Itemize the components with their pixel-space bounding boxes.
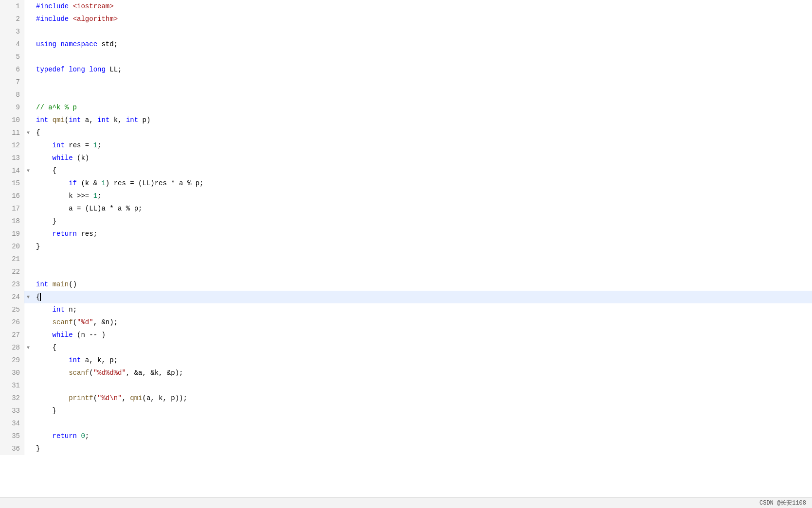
fold-indicator	[24, 430, 32, 442]
line-number: 27	[0, 329, 24, 341]
line-content	[32, 25, 812, 38]
line-content	[32, 265, 812, 278]
line-number: 16	[0, 190, 24, 202]
line-number: 36	[0, 442, 24, 455]
editor-container: 1#include <iostream>2#include <algorithm…	[0, 0, 812, 508]
line-number: 33	[0, 404, 24, 417]
line-number: 13	[0, 152, 24, 164]
code-row: 10int qmi(int a, int k, int p)	[0, 114, 812, 126]
line-number: 30	[0, 367, 24, 379]
fold-indicator	[24, 329, 32, 341]
fold-indicator	[24, 392, 32, 404]
fold-indicator	[24, 25, 32, 38]
line-number: 29	[0, 354, 24, 367]
code-area[interactable]: 1#include <iostream>2#include <algorithm…	[0, 0, 812, 497]
code-row: 31	[0, 379, 812, 392]
line-content: {	[32, 164, 812, 177]
fold-indicator	[24, 303, 32, 316]
line-content	[32, 76, 812, 88]
line-content: int res = 1;	[32, 139, 812, 152]
line-content: }	[32, 215, 812, 228]
fold-indicator[interactable]: ▼	[24, 291, 32, 303]
line-content: }	[32, 442, 812, 455]
line-number: 12	[0, 139, 24, 152]
line-content: return 0;	[32, 430, 812, 442]
line-number: 21	[0, 253, 24, 265]
code-row: 33 }	[0, 404, 812, 417]
code-row: 18 }	[0, 215, 812, 228]
line-number: 35	[0, 430, 24, 442]
line-number: 8	[0, 88, 24, 101]
line-number: 2	[0, 13, 24, 25]
code-row: 20}	[0, 240, 812, 253]
line-content: int qmi(int a, int k, int p)	[32, 114, 812, 126]
line-number: 10	[0, 114, 24, 126]
code-row: 26 scanf("%d", &n);	[0, 316, 812, 329]
code-row: 4using namespace std;	[0, 38, 812, 51]
fold-indicator	[24, 417, 32, 430]
line-number: 34	[0, 417, 24, 430]
fold-indicator[interactable]: ▼	[24, 341, 32, 354]
statusbar: CSDN @长安1108	[0, 497, 812, 508]
fold-indicator[interactable]: ▼	[24, 126, 32, 139]
line-number: 32	[0, 392, 24, 404]
code-row: 22	[0, 265, 812, 278]
fold-indicator	[24, 0, 32, 13]
line-number: 25	[0, 303, 24, 316]
code-row: 2#include <algorithm>	[0, 13, 812, 25]
line-content: // a^k % p	[32, 101, 812, 114]
code-row: 34	[0, 417, 812, 430]
code-row: 15 if (k & 1) res = (LL)res * a % p;	[0, 177, 812, 190]
line-content: #include <iostream>	[32, 0, 812, 13]
fold-indicator	[24, 278, 32, 291]
fold-indicator	[24, 379, 32, 392]
fold-indicator	[24, 404, 32, 417]
statusbar-text: CSDN @长安1108	[759, 499, 806, 507]
line-content: k >>= 1;	[32, 190, 812, 202]
line-content: scanf("%d%d%d", &a, &k, &p);	[32, 367, 812, 379]
line-number: 15	[0, 177, 24, 190]
code-row: 9// a^k % p	[0, 101, 812, 114]
line-content: }	[32, 240, 812, 253]
line-content: a = (LL)a * a % p;	[32, 202, 812, 215]
fold-indicator	[24, 76, 32, 88]
line-content	[32, 88, 812, 101]
line-number: 14	[0, 164, 24, 177]
text-cursor	[40, 293, 41, 301]
code-row: 3	[0, 25, 812, 38]
line-number: 6	[0, 63, 24, 76]
code-row: 6typedef long long LL;	[0, 63, 812, 76]
fold-indicator	[24, 215, 32, 228]
line-content: printf("%d\n", qmi(a, k, p));	[32, 392, 812, 404]
fold-indicator	[24, 367, 32, 379]
fold-indicator	[24, 202, 32, 215]
fold-indicator	[24, 253, 32, 265]
fold-indicator	[24, 38, 32, 51]
line-content	[32, 417, 812, 430]
code-row: 21	[0, 253, 812, 265]
code-row: 35 return 0;	[0, 430, 812, 442]
line-number: 9	[0, 101, 24, 114]
fold-indicator	[24, 152, 32, 164]
line-number: 19	[0, 228, 24, 240]
fold-indicator	[24, 240, 32, 253]
lines-container: 1#include <iostream>2#include <algorithm…	[0, 0, 812, 455]
code-row: 13 while (k)	[0, 152, 812, 164]
fold-indicator	[24, 139, 32, 152]
line-content	[32, 51, 812, 63]
fold-indicator	[24, 51, 32, 63]
line-content: #include <algorithm>	[32, 13, 812, 25]
line-content: int main()	[32, 278, 812, 291]
line-number: 24	[0, 291, 24, 303]
line-number: 28	[0, 341, 24, 354]
fold-indicator[interactable]: ▼	[24, 164, 32, 177]
line-content: while (n -- )	[32, 329, 812, 341]
line-content: typedef long long LL;	[32, 63, 812, 76]
line-number: 3	[0, 25, 24, 38]
fold-indicator	[24, 177, 32, 190]
fold-indicator	[24, 316, 32, 329]
line-number: 11	[0, 126, 24, 139]
line-content: {	[32, 291, 812, 303]
code-row: 5	[0, 51, 812, 63]
line-content: scanf("%d", &n);	[32, 316, 812, 329]
